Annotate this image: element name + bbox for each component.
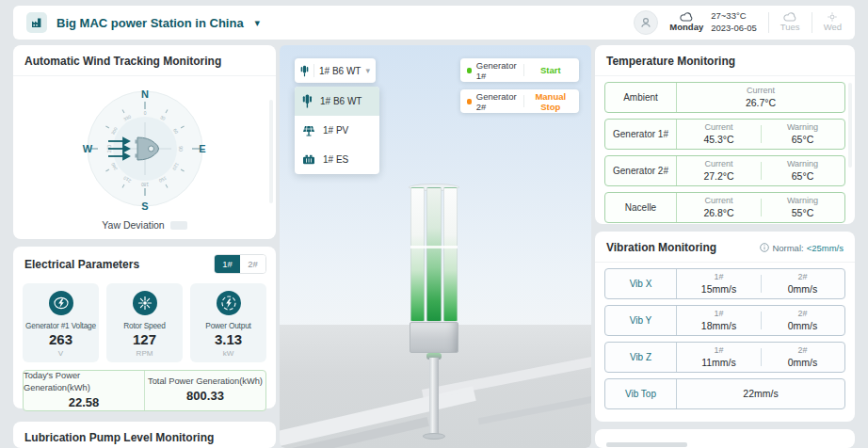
top-bar: Big MAC power Station in China ▾ Monday … [13,6,855,40]
start-action[interactable]: Start [529,65,573,75]
scrollbar-thumb[interactable] [269,100,273,203]
compass-south: S [141,200,148,212]
card-title: Electrical Parameters [24,258,139,271]
temperature-monitoring-card: Temperature Monitoring Ambient Current 2… [595,45,855,224]
generator-2-button[interactable]: Generator 2# Manual Stop [460,89,579,113]
weather-tuesday: Tues [780,12,800,33]
divider [812,12,812,33]
lubrication-card: Lubrication Pump Level Monitoring [13,422,276,448]
divider [768,12,769,33]
temp-row-generator1: Generator 1# Current 45.3°C Warning 65°C [604,119,845,150]
battery-icon [302,154,315,165]
total-generation: Total Power Generation(kWh) 800.33 [144,371,265,410]
vib-row-x: Vib X 1# 15mm/s 2# 0mm/s [604,268,845,299]
status-dot-green [467,68,472,73]
voltage-tile: Generator #1 Voltage 263 V [23,283,99,362]
manual-stop-action[interactable]: Manual Stop [529,91,573,112]
device-selector-value: 1# B6 WT [319,66,361,76]
temp-row-generator2: Generator 2# Current 27.2°C Warning 65°C [604,155,845,186]
compass-east: E [199,143,205,154]
compass-west: W [82,143,92,154]
wind-tracking-card: Automatic Wind Tracking Monitoring [13,45,276,239]
power-output-tile: Power Output 3.13 kW [190,283,266,362]
electrical-parameters-card: Electrical Parameters 1# 2# Generator #1… [13,247,276,408]
yaw-deviation-badge [170,221,187,230]
device-dropdown-menu: 1# B6 WT 1# PV 1# ES [295,87,379,174]
station-selector[interactable]: Big MAC power Station in China ▾ [26,12,260,33]
weather-day: Wed [824,22,842,33]
info-icon [760,243,769,252]
wind-direction-arrows [108,138,129,159]
power-generation-summary: Today's Power Generation(kWh) 22.58 Tota… [23,370,266,411]
scrollbar-thumb[interactable] [848,83,852,168]
chevron-down-icon: ▾ [255,17,261,29]
turbine-3d-scene: 1# B6 WT ▾ 1# B6 WT 1# PV 1# ES Generato… [280,45,591,448]
menu-item-wt[interactable]: 1# B6 WT [295,87,379,116]
svg-text:0: 0 [143,111,146,116]
weather-wednesday: Wed [824,12,842,33]
generator-1-button[interactable]: Generator 1# Start [460,58,579,82]
vibration-normal-note: Normal: <25mm/s [760,243,844,253]
tab-2[interactable]: 2# [240,255,265,273]
clipped-title [606,442,687,447]
sun-icon [827,12,838,22]
rotor-speed-tile: Rotor Speed 127 RPM [106,283,183,362]
cloud-icon [680,12,693,22]
weather-date: 2023-06-05 [711,23,757,35]
yaw-deviation-label: Yaw Deviation [102,219,164,231]
menu-item-pv[interactable]: 1# PV [295,116,379,145]
weather-day: Monday [669,22,703,33]
wind-turbine-icon [302,94,313,108]
wind-turbine-icon [300,64,309,78]
power-output-icon [217,291,241,315]
temp-row-ambient: Ambient Current 26.7°C [604,82,845,113]
status-dot-orange [467,99,472,104]
generator-tabs: 1# 2# [214,254,266,274]
card-title: Vibration Monitoring [606,241,716,254]
station-title: Big MAC power Station in China [56,16,244,30]
svg-text:180: 180 [140,182,148,186]
clipped-card [595,429,855,448]
temp-row-nacelle: Nacelle Current 26.8°C Warning 55°C [604,192,845,223]
factory-icon [26,12,47,33]
vib-row-z: Vib Z 1# 11mm/s 2# 0mm/s [604,342,845,373]
wind-compass: 0 30 60 90 120 150 180 210 240 270 300 3… [13,78,276,219]
card-title: Lubrication Pump Level Monitoring [13,422,276,448]
device-selector[interactable]: 1# B6 WT ▾ [295,58,376,83]
solar-panel-icon [302,125,315,136]
menu-item-es[interactable]: 1# ES [295,145,379,174]
svg-text:90: 90 [178,146,183,152]
rotor-speed-icon [133,291,157,315]
weather-day: Tues [780,22,800,33]
weather-today: Monday 27~33°C 2023-06-05 [669,10,757,35]
vib-row-y: Vib Y 1# 18mm/s 2# 0mm/s [604,305,845,336]
weather-temp: 27~33°C [711,10,757,23]
generator-voltage-icon [49,291,73,315]
card-title: Temperature Monitoring [595,45,855,75]
user-avatar-button[interactable] [634,10,658,35]
vibration-monitoring-card: Vibration Monitoring Normal: <25mm/s Vib… [595,232,855,422]
today-generation: Today's Power Generation(kWh) 22.58 [24,371,144,410]
tab-1[interactable]: 1# [215,255,240,273]
compass-north: N [141,88,149,100]
chevron-down-icon: ▾ [365,66,370,75]
card-title: Automatic Wind Tracking Monitoring [13,45,276,75]
vib-row-top: Vib Top 22mm/s [604,378,845,409]
cloud-icon [783,12,796,22]
